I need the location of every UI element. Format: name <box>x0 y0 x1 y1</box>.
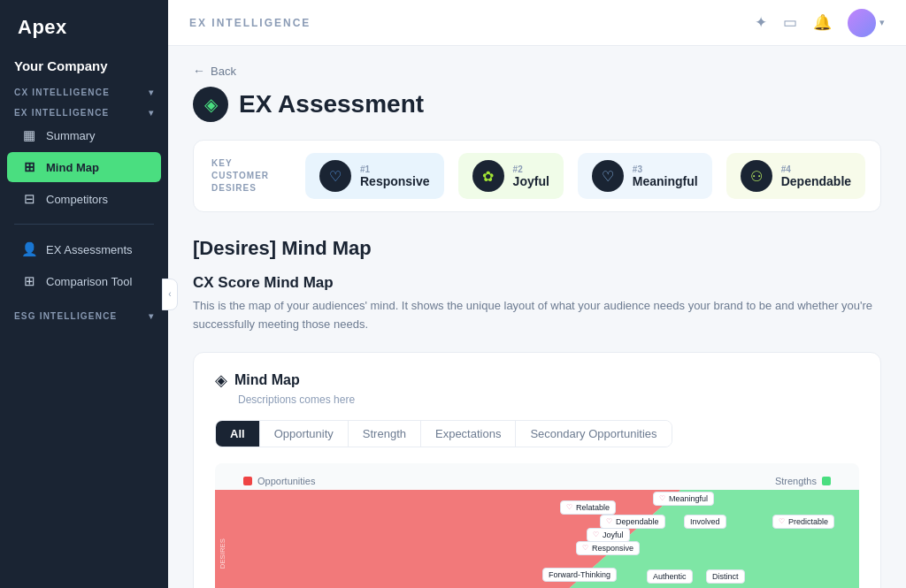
desire-card-1: ♡ #1 Responsive <box>305 153 444 199</box>
user-menu[interactable]: ▾ <box>848 9 885 37</box>
page-header-icon: ◈ <box>193 87 228 122</box>
filter-tab-strength[interactable]: Strength <box>349 421 421 447</box>
esg-section-header[interactable]: ESG INTELLIGENCE ▾ <box>0 308 168 323</box>
ex-chevron-icon: ▾ <box>149 108 154 118</box>
desires-bar-label: KEY CUSTOMER DESIRES <box>211 157 291 195</box>
mind-map-icon: ⊞ <box>21 159 37 175</box>
mind-map-visualization: Opportunities Strengths <box>215 463 859 588</box>
card-diamond-icon: ◈ <box>215 370 227 390</box>
ex-assessments-icon: 👤 <box>21 241 37 257</box>
desire-3-num: #3 <box>633 164 698 174</box>
legend-strengths: Strengths <box>775 476 831 486</box>
desire-4-icon: ⚇ <box>741 160 772 192</box>
node-relatable: ♡Relatable <box>560 500 616 515</box>
diamond-icon: ◈ <box>204 94 218 115</box>
opportunities-legend-dot <box>243 477 252 485</box>
strengths-legend-dot <box>822 477 831 485</box>
node-responsive: ♡Responsive <box>576 541 640 555</box>
node-predictable: ♡Predictable <box>772 515 834 529</box>
sidebar-item-ex-assessments[interactable]: 👤 EX Assessments <box>7 234 161 264</box>
cx-chevron-icon: ▾ <box>149 88 154 97</box>
competitors-icon: ⊟ <box>21 191 37 207</box>
desire-1-num: #1 <box>360 164 430 174</box>
desire-1-icon: ♡ <box>319 160 351 192</box>
mind-map-section-title: [Desires] Mind Map <box>193 237 881 260</box>
page-title: EX Assessment <box>239 90 424 118</box>
desire-2-label: Joyful <box>513 174 549 188</box>
card-title: Mind Map <box>234 372 300 388</box>
node-joyful: ♡Joyful <box>587 528 630 542</box>
page-header: ◈ EX Assessment <box>193 87 881 122</box>
desire-card-2: ✿ #2 Joyful <box>458 153 564 199</box>
legend-opportunities: Opportunities <box>243 476 315 486</box>
desire-2-icon: ✿ <box>472 160 504 192</box>
ex-section-header[interactable]: EX INTELLIGENCE ▾ <box>0 104 168 119</box>
monitor-icon[interactable]: ▭ <box>783 13 797 32</box>
main-content: EX INTELLIGENCE ✦ ▭ 🔔 ▾ ← Back ◈ <box>168 0 906 588</box>
filter-tab-all[interactable]: All <box>216 421 260 447</box>
filter-tabs: All Opportunity Strength Expectations Se… <box>215 420 672 447</box>
comparison-tool-icon: ⊞ <box>21 273 37 289</box>
topbar-title: EX INTELLIGENCE <box>189 17 311 29</box>
desire-card-4: ⚇ #4 Dependable <box>726 153 865 199</box>
sidebar-item-mind-map[interactable]: ⊞ Mind Map <box>7 152 161 182</box>
node-forward-thinking: Forward-Thinking <box>542 568 617 582</box>
content-area: ← Back ◈ EX Assessment KEY CUSTOMER DESI… <box>168 46 906 588</box>
desire-4-label: Dependable <box>781 174 851 188</box>
card-desc: Descriptions comes here <box>238 393 859 406</box>
sidebar-item-comparison-tool[interactable]: ⊞ Comparison Tool <box>7 266 161 296</box>
topbar-actions: ✦ ▭ 🔔 ▾ <box>755 9 885 37</box>
node-authentic: Authentic <box>647 569 693 584</box>
sidebar: Apex Your Company CX INTELLIGENCE ▾ EX I… <box>0 0 168 588</box>
node-dependable: ♡Dependable <box>600 515 665 529</box>
chart-legend: Opportunities Strengths <box>229 469 845 493</box>
desire-1-label: Responsive <box>360 174 430 188</box>
desire-4-num: #4 <box>781 164 851 174</box>
cx-score-desc: This is the map of your audiences' mind.… <box>193 297 881 334</box>
sidebar-item-summary[interactable]: ▦ Summary <box>7 120 161 150</box>
cx-section-header[interactable]: CX INTELLIGENCE ▾ <box>0 84 168 99</box>
mind-map-card: ◈ Mind Map Descriptions comes here All O… <box>193 352 881 588</box>
network-icon[interactable]: ✦ <box>755 13 767 32</box>
back-arrow-icon: ← <box>193 64 205 78</box>
desire-card-3: ♡ #3 Meaningful <box>578 153 712 199</box>
node-meaningful: ♡Meaningful <box>653 492 714 506</box>
filter-tab-expectations[interactable]: Expectations <box>421 421 516 447</box>
bell-icon[interactable]: 🔔 <box>813 13 832 32</box>
mind-map-card-header: ◈ Mind Map <box>215 370 859 390</box>
desire-3-label: Meaningful <box>633 174 698 188</box>
filter-tab-secondary[interactable]: Secondary Opportunities <box>516 421 671 447</box>
cx-score-title: CX Score Mind Map <box>193 274 881 292</box>
esg-chevron-icon: ▾ <box>149 311 154 321</box>
user-chevron-icon: ▾ <box>879 17 885 28</box>
summary-icon: ▦ <box>21 127 37 143</box>
desire-2-num: #2 <box>513 164 549 174</box>
topbar: EX INTELLIGENCE ✦ ▭ 🔔 ▾ <box>168 0 906 46</box>
node-distinct: Distinct <box>706 569 745 584</box>
desires-bar: KEY CUSTOMER DESIRES ♡ #1 Responsive ✿ <box>193 140 881 212</box>
node-involved: Involved <box>684 515 726 529</box>
avatar <box>848 9 876 37</box>
back-link[interactable]: ← Back <box>193 64 881 78</box>
sidebar-divider <box>14 224 154 225</box>
app-logo: Apex <box>0 0 168 51</box>
company-name: Your Company <box>0 51 168 84</box>
desire-3-icon: ♡ <box>592 160 624 192</box>
filter-tab-opportunity[interactable]: Opportunity <box>260 421 349 447</box>
sidebar-item-competitors[interactable]: ⊟ Competitors <box>7 184 161 214</box>
sidebar-toggle-button[interactable]: ‹ <box>162 279 178 310</box>
